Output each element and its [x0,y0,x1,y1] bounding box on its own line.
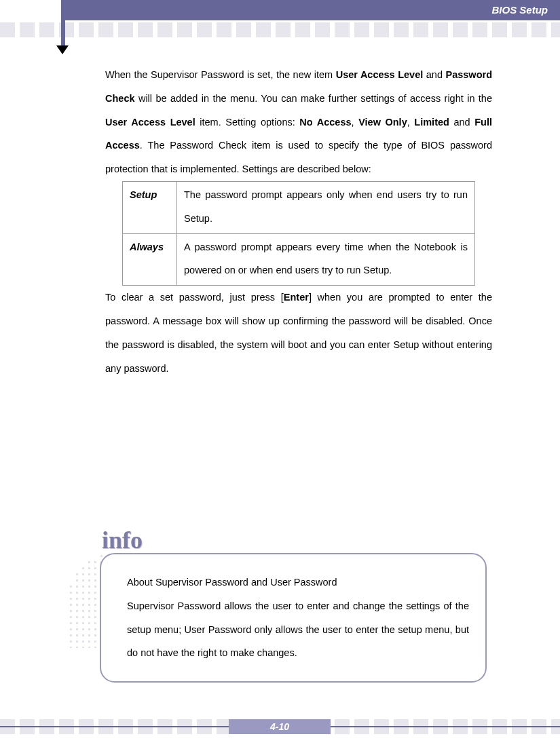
text-bold: No Access [299,117,351,128]
table-row: Setup The password prompt appears only w… [123,181,475,233]
text-bold: User Access Level [336,69,424,80]
text-bold: Limited [414,117,449,128]
text: and [423,69,445,80]
table-cell: A password prompt appears every time whe… [177,233,475,286]
text: item. Setting options: [195,117,300,128]
info-body: Supervisor Password allows the user to e… [127,594,469,665]
info-heading: About Supervisor Password and User Passw… [127,571,469,594]
page-number: 4-10 [229,719,331,734]
table-cell: The password prompt appears only when en… [177,181,475,233]
text: , [352,117,359,128]
text: will be added in the menu. You can make … [135,93,492,104]
info-label: info [102,526,143,554]
table-header-cell: Always [123,233,177,286]
text: To clear a set password, just press [ [105,292,284,303]
info-box: About Supervisor Password and User Passw… [100,553,487,683]
paragraph-1: When the Supervisor Password is set, the… [105,63,492,181]
text: ] when you are prompted to enter the pas… [105,292,492,373]
arrow-down-icon [56,45,69,54]
decorative-squares-top [0,22,560,37]
arrow-stem-thick [61,20,65,47]
table-header-cell: Setup [123,181,177,233]
header-title: BIOS Setup [491,4,548,16]
text-bold: User Access Level [105,117,195,128]
text-bold: Enter [284,292,309,303]
text: When the Supervisor Password is set, the… [105,69,336,80]
header-bar: BIOS Setup [63,0,560,20]
text-bold: View Only [358,117,407,128]
text: , [407,117,415,128]
paragraph-2: To clear a set password, just press [Ent… [105,286,492,380]
settings-table: Setup The password prompt appears only w… [122,181,475,286]
main-content: When the Supervisor Password is set, the… [105,63,492,380]
table-row: Always A password prompt appears every t… [123,233,475,286]
text: . The Password Check item is used to spe… [105,140,492,174]
text: and [449,117,474,128]
